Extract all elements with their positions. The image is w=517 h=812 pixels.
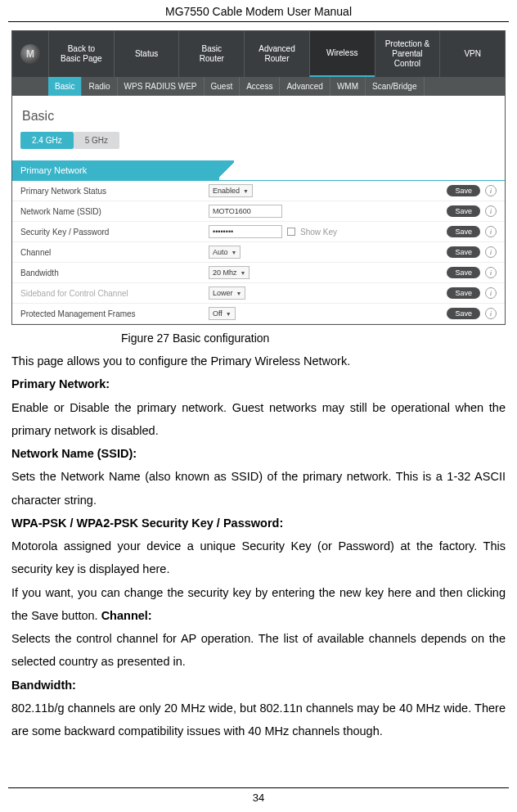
heading-bandwidth: Bandwidth:: [11, 679, 76, 692]
chevron-down-icon: ▼: [241, 270, 246, 276]
info-icon[interactable]: i: [485, 185, 497, 196]
intro-text: This page allows you to configure the Pr…: [11, 354, 350, 368]
heading-channel-inline: Channel:: [101, 609, 152, 622]
paragraph-network-name: Sets the Network Name (also known as SSI…: [11, 470, 506, 506]
sideband-select[interactable]: Lower ▼: [209, 286, 245, 300]
paragraph-bandwidth: 802.11b/g channels are only 20 MHz wide,…: [11, 701, 506, 738]
heading-primary-network: Primary Network:: [11, 377, 110, 390]
save-button[interactable]: Save: [447, 308, 480, 319]
page-number: 34: [8, 787, 509, 804]
info-icon[interactable]: i: [485, 267, 497, 278]
router-ui-screenshot: M Back to Basic Page Status Basic Router…: [11, 30, 506, 325]
manual-body-text: This page allows you to configure the Pr…: [0, 350, 517, 743]
nav-status[interactable]: Status: [114, 31, 179, 77]
select-value: Off: [213, 309, 223, 318]
save-button[interactable]: Save: [447, 205, 480, 217]
paragraph-security-key-b: If you want, you can change the security…: [11, 586, 506, 622]
row-network-name-ssid: Network Name (SSID) MOTO1600 Save i: [12, 201, 505, 222]
subnav-scan-bridge[interactable]: Scan/Bridge: [366, 77, 424, 96]
nav-label-line2: Router: [265, 54, 290, 64]
chevron-down-icon: ▼: [226, 311, 232, 317]
show-key-label: Show Key: [300, 228, 337, 237]
row-label: Protected Management Frames: [20, 309, 209, 318]
subnav-guest[interactable]: Guest: [205, 77, 241, 96]
nav-label-line2: Parental Control: [379, 49, 437, 69]
nav-label-line1: Status: [135, 49, 158, 59]
row-security-key: Security Key / Password •••••••• Show Ke…: [12, 222, 505, 242]
nav-label-line1: Protection &: [385, 39, 429, 49]
sub-nav-bar: Basic Radio WPS RADIUS WEP Guest Access …: [12, 77, 505, 96]
row-primary-network-status: Primary Network Status Enabled ▼ Save i: [12, 181, 505, 201]
page-title: Basic: [12, 96, 505, 132]
panel-primary-network-header: Primary Network: [12, 160, 505, 181]
row-sideband-control-channel: Sideband for Control Channel Lower ▼ Sav…: [12, 283, 505, 304]
paragraph-channel: Selects the control channel for AP opera…: [11, 632, 506, 668]
primary-network-status-select[interactable]: Enabled ▼: [209, 184, 253, 197]
select-value: Enabled: [213, 187, 240, 195]
chevron-down-icon: ▼: [236, 291, 242, 296]
save-button[interactable]: Save: [447, 287, 480, 299]
nav-label-line1: Wireless: [326, 48, 357, 58]
row-label: Bandwidth: [20, 268, 209, 277]
brand-logo: M: [12, 31, 48, 77]
nav-label-line1: VPN: [464, 49, 481, 59]
select-value: Auto: [213, 248, 228, 256]
subnav-basic[interactable]: Basic: [48, 77, 82, 96]
heading-security-key: WPA-PSK / WPA2-PSK Security Key / Passwo…: [11, 517, 283, 530]
info-icon[interactable]: i: [485, 308, 497, 319]
nav-basic-router[interactable]: Basic Router: [178, 31, 244, 77]
info-icon[interactable]: i: [485, 205, 497, 217]
nav-label-line1: Back to: [68, 44, 95, 54]
row-label: Primary Network Status: [20, 187, 209, 196]
row-label: Network Name (SSID): [20, 207, 209, 216]
save-button[interactable]: Save: [447, 246, 480, 258]
chevron-down-icon: ▼: [232, 250, 237, 255]
manual-header: MG7550 Cable Modem User Manual: [8, 0, 509, 22]
row-label: Sideband for Control Channel: [20, 289, 209, 298]
security-key-input[interactable]: ••••••••: [209, 225, 282, 238]
channel-select[interactable]: Auto ▼: [209, 246, 241, 259]
subnav-wmm[interactable]: WMM: [330, 77, 366, 96]
chevron-down-icon: ▼: [243, 188, 249, 194]
info-icon[interactable]: i: [485, 246, 497, 258]
nav-protection-parental[interactable]: Protection & Parental Control: [375, 31, 440, 77]
paragraph-security-key-a: Motorola assigned your device a unique S…: [11, 539, 506, 575]
top-nav-bar: M Back to Basic Page Status Basic Router…: [12, 31, 505, 77]
row-label: Channel: [20, 248, 209, 257]
nav-label-line1: Advanced: [258, 44, 294, 54]
save-button[interactable]: Save: [447, 185, 480, 196]
info-icon[interactable]: i: [485, 287, 497, 299]
nav-vpn[interactable]: VPN: [439, 31, 505, 77]
subnav-radio[interactable]: Radio: [82, 77, 117, 96]
show-key-checkbox[interactable]: [287, 228, 295, 236]
pmf-select[interactable]: Off ▼: [209, 307, 236, 320]
row-channel: Channel Auto ▼ Save i: [12, 242, 505, 263]
row-label: Security Key / Password: [20, 228, 209, 237]
paragraph-primary-network: Enable or Disable the primary network. G…: [11, 401, 506, 437]
frequency-tabs: 2.4 GHz 5 GHz: [12, 132, 505, 160]
select-value: Lower: [213, 289, 233, 297]
heading-network-name: Network Name (SSID):: [11, 447, 137, 460]
subnav-access[interactable]: Access: [240, 77, 280, 96]
row-protected-mgmt-frames: Protected Management Frames Off ▼ Save i: [12, 304, 505, 324]
motorola-logo-icon: M: [20, 44, 40, 64]
row-bandwidth: Bandwidth 20 Mhz ▼ Save i: [12, 263, 505, 283]
tab-2-4ghz[interactable]: 2.4 GHz: [20, 132, 74, 149]
nav-back-to-basic[interactable]: Back to Basic Page: [48, 31, 114, 77]
subnav-wps-radius-wep[interactable]: WPS RADIUS WEP: [118, 77, 205, 96]
subnav-advanced[interactable]: Advanced: [280, 77, 330, 96]
figure-caption: Figure 27 Basic configuration: [0, 325, 517, 350]
nav-label-line1: Basic: [202, 44, 222, 54]
tab-5ghz[interactable]: 5 GHz: [74, 132, 119, 149]
nav-wireless[interactable]: Wireless: [309, 31, 375, 77]
select-value: 20 Mhz: [213, 268, 237, 277]
bandwidth-select[interactable]: 20 Mhz ▼: [209, 266, 250, 279]
nav-label-line2: Router: [200, 54, 224, 64]
info-icon[interactable]: i: [485, 226, 497, 237]
save-button[interactable]: Save: [447, 226, 480, 237]
save-button[interactable]: Save: [447, 267, 480, 278]
nav-advanced-router[interactable]: Advanced Router: [244, 31, 309, 77]
ssid-input[interactable]: MOTO1600: [209, 205, 282, 218]
nav-label-line2: Basic Page: [61, 54, 102, 64]
